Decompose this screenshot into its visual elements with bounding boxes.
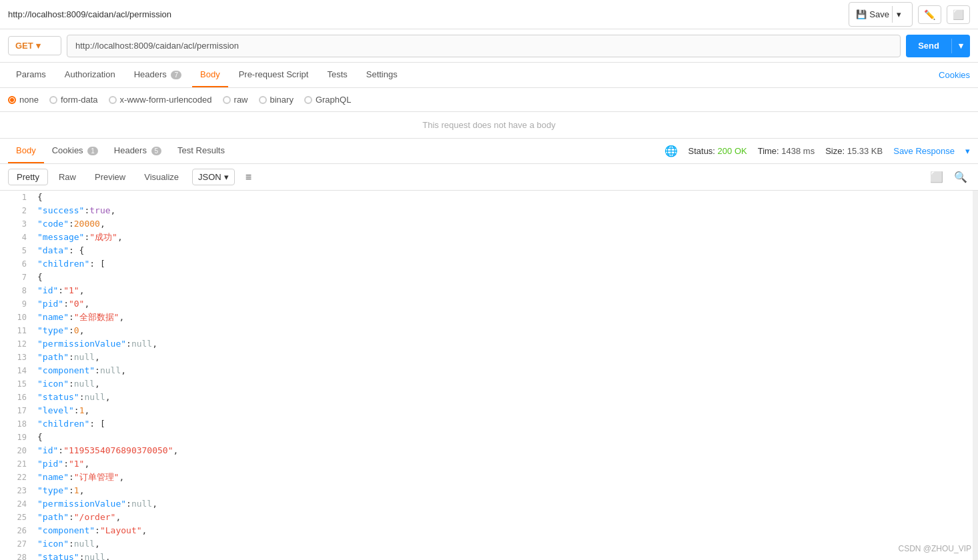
status-code: 200 OK [718, 146, 747, 156]
wrap-button[interactable]: ≡ [240, 169, 257, 186]
code-line: 6 "children": [ [0, 257, 978, 271]
code-line: 26 "component": "Layout", [0, 524, 978, 537]
code-line: 28 "status": null, [0, 551, 978, 560]
no-body-message: This request does not have a body [0, 112, 978, 139]
time-label: Time: 1438 ms [758, 146, 815, 156]
line-number: 12 [5, 337, 27, 351]
view-preview[interactable]: Preview [87, 169, 133, 185]
code-line: 16 "status": null, [0, 391, 978, 404]
resp-tab-cookies[interactable]: Cookies 1 [44, 139, 106, 163]
body-type-raw[interactable]: raw [223, 95, 248, 105]
tab-headers[interactable]: Headers 7 [126, 63, 189, 87]
resp-tab-body[interactable]: Body [8, 139, 44, 163]
code-line: 12 "permissionValue": null, [0, 337, 978, 351]
url-input[interactable] [67, 35, 901, 57]
line-number: 24 [5, 497, 27, 511]
save-chevron[interactable]: ▾ [892, 6, 905, 23]
code-line: 17 "level": 1, [0, 404, 978, 417]
view-pretty[interactable]: Pretty [8, 169, 48, 185]
save-label: Save [869, 9, 889, 19]
code-line: 22 "name": "订单管理", [0, 471, 978, 484]
tab-tests[interactable]: Tests [319, 63, 355, 87]
code-line: 14 "component": null, [0, 364, 978, 377]
tab-settings[interactable]: Settings [358, 63, 406, 87]
line-number: 15 [5, 377, 27, 391]
code-line: 19 { [0, 431, 978, 444]
line-number: 17 [5, 404, 27, 417]
response-tabs: Body Cookies 1 Headers 5 Test Results 🌐 … [0, 139, 978, 164]
response-body: 1{2 "success": true,3 "code": 20000,4 "m… [0, 191, 978, 560]
code-line: 10 "name": "全部数据", [0, 311, 978, 324]
line-number: 14 [5, 364, 27, 377]
line-number: 3 [5, 217, 27, 231]
line-number: 20 [5, 444, 27, 457]
code-line: 2 "success": true, [0, 204, 978, 217]
page-url: http://localhost:8009/caidan/acl/permiss… [8, 9, 171, 19]
code-line: 8 "id": "1", [0, 284, 978, 297]
edit-button[interactable]: ✏️ [918, 5, 941, 24]
tab-prerequest[interactable]: Pre-request Script [231, 63, 317, 87]
search-icon[interactable]: 🔍 [951, 168, 970, 186]
copy-button[interactable]: ⬜ [947, 5, 970, 24]
code-line: 15 "icon": null, [0, 377, 978, 391]
save-response-chevron[interactable]: ▾ [965, 146, 970, 156]
tab-authorization[interactable]: Authorization [57, 63, 123, 87]
body-type-urlencoded[interactable]: x-www-form-urlencoded [109, 95, 212, 105]
code-line: 23 "type": 1, [0, 484, 978, 497]
top-bar-actions: 💾 Save ▾ ✏️ ⬜ [849, 2, 970, 27]
response-toolbar: Pretty Raw Preview Visualize JSON ▾ ≡ ⬜ … [0, 164, 978, 191]
body-type-graphql[interactable]: GraphQL [304, 95, 351, 105]
tab-body[interactable]: Body [192, 63, 228, 87]
cookies-link[interactable]: Cookies [939, 70, 970, 80]
status-size: 15.33 KB [847, 146, 883, 156]
line-number: 9 [5, 297, 27, 311]
body-type-row: none form-data x-www-form-urlencoded raw… [0, 88, 978, 112]
format-select[interactable]: JSON ▾ [192, 169, 235, 185]
radio-none [8, 96, 16, 104]
radio-graphql [304, 96, 312, 104]
code-line: 4 "message": "成功", [0, 231, 978, 244]
save-button[interactable]: 💾 Save ▾ [849, 2, 913, 27]
copy-icon[interactable]: ⬜ [927, 168, 946, 186]
send-button[interactable]: Send ▾ [906, 35, 970, 57]
code-line: 21 "pid": "1", [0, 457, 978, 471]
code-line: 9 "pid": "0", [0, 297, 978, 311]
top-bar: http://localhost:8009/caidan/acl/permiss… [0, 0, 978, 29]
line-number: 13 [5, 351, 27, 364]
line-number: 8 [5, 284, 27, 297]
body-type-none[interactable]: none [8, 95, 39, 105]
radio-formdata [49, 96, 57, 104]
line-number: 2 [5, 204, 27, 217]
code-line: 25 "path": "/order", [0, 511, 978, 524]
line-number: 5 [5, 244, 27, 257]
format-label: JSON [198, 172, 221, 182]
line-number: 21 [5, 457, 27, 471]
code-line: 1{ [0, 191, 978, 204]
line-number: 1 [5, 191, 27, 204]
send-chevron[interactable]: ▾ [952, 39, 970, 53]
view-raw[interactable]: Raw [51, 169, 84, 185]
method-select[interactable]: GET ▾ [8, 36, 61, 55]
response-status-area: 🌐 Status: 200 OK Time: 1438 ms Size: 15.… [664, 145, 970, 157]
radio-urlencoded [109, 96, 117, 104]
code-line: 5 "data": { [0, 244, 978, 257]
line-number: 18 [5, 417, 27, 431]
line-number: 23 [5, 484, 27, 497]
line-number: 26 [5, 524, 27, 537]
method-label: GET [15, 41, 33, 51]
resp-tab-test-results[interactable]: Test Results [169, 139, 233, 163]
view-visualize[interactable]: Visualize [136, 169, 187, 185]
tab-params[interactable]: Params [8, 63, 54, 87]
body-type-binary[interactable]: binary [259, 95, 294, 105]
send-label: Send [906, 39, 952, 53]
body-type-form-data[interactable]: form-data [49, 95, 98, 105]
line-number: 19 [5, 431, 27, 444]
save-response-btn[interactable]: Save Response [893, 146, 955, 156]
code-line: 24 "permissionValue": null, [0, 497, 978, 511]
resp-tab-headers[interactable]: Headers 5 [106, 139, 169, 163]
status-time: 1438 ms [781, 146, 815, 156]
line-number: 22 [5, 471, 27, 484]
line-number: 28 [5, 551, 27, 560]
status-label: Status: 200 OK [688, 146, 747, 156]
code-line: 27 "icon": null, [0, 537, 978, 551]
